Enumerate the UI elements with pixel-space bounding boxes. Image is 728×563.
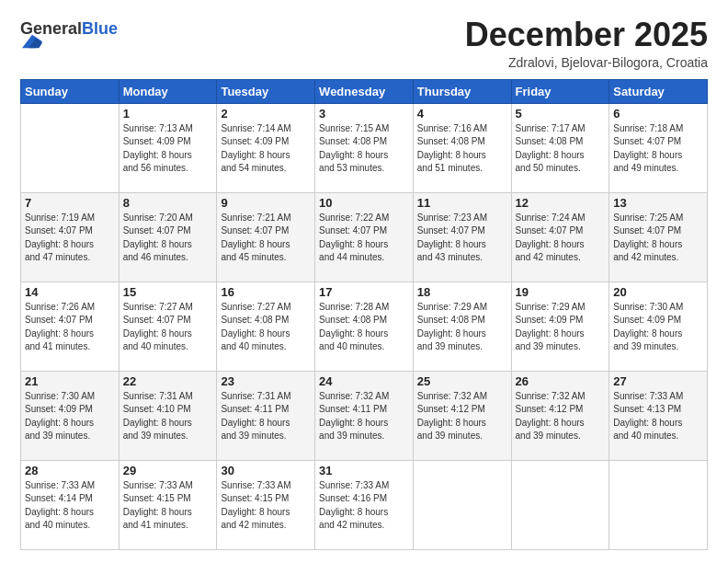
day-info: Sunrise: 7:15 AMSunset: 4:08 PMDaylight:…: [319, 122, 409, 176]
col-sunday: Sunday: [21, 79, 119, 103]
day-number: 18: [417, 285, 507, 299]
day-number: 16: [221, 285, 311, 299]
day-number: 11: [417, 196, 507, 210]
col-thursday: Thursday: [413, 79, 511, 103]
table-row: 2Sunrise: 7:14 AMSunset: 4:09 PMDaylight…: [217, 103, 315, 192]
day-number: 21: [25, 374, 115, 388]
calendar-header-row: Sunday Monday Tuesday Wednesday Thursday…: [21, 79, 708, 103]
day-info: Sunrise: 7:33 AMSunset: 4:13 PMDaylight:…: [613, 390, 703, 443]
table-row: 27Sunrise: 7:33 AMSunset: 4:13 PMDayligh…: [609, 371, 708, 460]
table-row: 14Sunrise: 7:26 AMSunset: 4:07 PMDayligh…: [21, 282, 119, 371]
day-info: Sunrise: 7:16 AMSunset: 4:08 PMDaylight:…: [417, 122, 507, 176]
day-number: 8: [123, 196, 213, 210]
logo: GeneralBlue: [20, 20, 118, 55]
day-info: Sunrise: 7:31 AMSunset: 4:10 PMDaylight:…: [123, 390, 213, 443]
day-info: Sunrise: 7:30 AMSunset: 4:09 PMDaylight:…: [25, 390, 115, 443]
day-info: Sunrise: 7:31 AMSunset: 4:11 PMDaylight:…: [221, 390, 311, 443]
col-friday: Friday: [511, 79, 609, 103]
day-number: 27: [613, 374, 703, 388]
table-row: 24Sunrise: 7:32 AMSunset: 4:11 PMDayligh…: [315, 371, 414, 460]
calendar-week-row: 7Sunrise: 7:19 AMSunset: 4:07 PMDaylight…: [21, 192, 708, 282]
day-info: Sunrise: 7:30 AMSunset: 4:09 PMDaylight:…: [613, 301, 703, 354]
day-info: Sunrise: 7:19 AMSunset: 4:07 PMDaylight:…: [25, 212, 115, 265]
table-row: 6Sunrise: 7:18 AMSunset: 4:07 PMDaylight…: [609, 103, 708, 192]
day-number: 19: [516, 285, 606, 299]
day-info: Sunrise: 7:17 AMSunset: 4:08 PMDaylight:…: [516, 122, 606, 176]
day-number: 30: [221, 464, 311, 477]
title-block: December 2025 Zdralovi, Bjelovar-Bilogor…: [465, 17, 708, 70]
page: GeneralBlue December 2025 Zdralovi, Bjel…: [0, 0, 728, 563]
table-row: [511, 460, 609, 549]
day-number: 24: [319, 374, 409, 388]
day-number: 10: [319, 196, 409, 210]
col-monday: Monday: [119, 79, 217, 103]
table-row: 30Sunrise: 7:33 AMSunset: 4:15 PMDayligh…: [217, 460, 315, 549]
calendar-week-row: 14Sunrise: 7:26 AMSunset: 4:07 PMDayligh…: [21, 282, 708, 371]
table-row: 29Sunrise: 7:33 AMSunset: 4:15 PMDayligh…: [119, 460, 217, 549]
calendar-week-row: 28Sunrise: 7:33 AMSunset: 4:14 PMDayligh…: [21, 460, 708, 549]
day-info: Sunrise: 7:24 AMSunset: 4:07 PMDaylight:…: [516, 212, 606, 265]
day-number: 26: [516, 374, 606, 388]
table-row: 1Sunrise: 7:13 AMSunset: 4:09 PMDaylight…: [119, 103, 217, 192]
day-info: Sunrise: 7:27 AMSunset: 4:07 PMDaylight:…: [123, 301, 213, 354]
day-info: Sunrise: 7:14 AMSunset: 4:09 PMDaylight:…: [221, 122, 311, 176]
day-number: 5: [516, 107, 606, 121]
day-number: 2: [221, 107, 311, 121]
day-info: Sunrise: 7:32 AMSunset: 4:12 PMDaylight:…: [516, 390, 606, 443]
table-row: 21Sunrise: 7:30 AMSunset: 4:09 PMDayligh…: [21, 371, 119, 460]
table-row: 23Sunrise: 7:31 AMSunset: 4:11 PMDayligh…: [217, 371, 315, 460]
day-info: Sunrise: 7:28 AMSunset: 4:08 PMDaylight:…: [319, 301, 409, 354]
table-row: 26Sunrise: 7:32 AMSunset: 4:12 PMDayligh…: [511, 371, 609, 460]
table-row: 10Sunrise: 7:22 AMSunset: 4:07 PMDayligh…: [315, 192, 414, 282]
table-row: 7Sunrise: 7:19 AMSunset: 4:07 PMDaylight…: [21, 192, 119, 282]
day-number: 25: [417, 374, 507, 388]
day-number: 22: [123, 374, 213, 388]
day-number: 28: [25, 464, 115, 477]
day-number: 23: [221, 374, 311, 388]
day-info: Sunrise: 7:32 AMSunset: 4:11 PMDaylight:…: [319, 390, 409, 443]
col-wednesday: Wednesday: [315, 79, 414, 103]
day-info: Sunrise: 7:13 AMSunset: 4:09 PMDaylight:…: [123, 122, 213, 176]
table-row: 17Sunrise: 7:28 AMSunset: 4:08 PMDayligh…: [315, 282, 414, 371]
day-info: Sunrise: 7:26 AMSunset: 4:07 PMDaylight:…: [25, 301, 115, 354]
day-number: 12: [516, 196, 606, 210]
day-info: Sunrise: 7:33 AMSunset: 4:16 PMDaylight:…: [319, 479, 409, 533]
table-row: 22Sunrise: 7:31 AMSunset: 4:10 PMDayligh…: [119, 371, 217, 460]
day-number: 3: [319, 107, 409, 121]
table-row: [609, 460, 708, 549]
day-info: Sunrise: 7:29 AMSunset: 4:08 PMDaylight:…: [417, 301, 507, 354]
col-tuesday: Tuesday: [217, 79, 315, 103]
col-saturday: Saturday: [609, 79, 708, 103]
logo-blue: Blue: [82, 19, 118, 38]
day-number: 15: [123, 285, 213, 299]
day-number: 17: [319, 285, 409, 299]
table-row: 20Sunrise: 7:30 AMSunset: 4:09 PMDayligh…: [609, 282, 708, 371]
day-number: 7: [25, 196, 115, 210]
table-row: 18Sunrise: 7:29 AMSunset: 4:08 PMDayligh…: [413, 282, 511, 371]
table-row: 9Sunrise: 7:21 AMSunset: 4:07 PMDaylight…: [217, 192, 315, 282]
table-row: 25Sunrise: 7:32 AMSunset: 4:12 PMDayligh…: [413, 371, 511, 460]
location: Zdralovi, Bjelovar-Bilogora, Croatia: [465, 55, 708, 70]
day-number: 13: [613, 196, 703, 210]
day-info: Sunrise: 7:20 AMSunset: 4:07 PMDaylight:…: [123, 212, 213, 265]
day-number: 6: [613, 107, 703, 121]
table-row: 31Sunrise: 7:33 AMSunset: 4:16 PMDayligh…: [315, 460, 414, 549]
table-row: 11Sunrise: 7:23 AMSunset: 4:07 PMDayligh…: [413, 192, 511, 282]
day-info: Sunrise: 7:32 AMSunset: 4:12 PMDaylight:…: [417, 390, 507, 443]
day-info: Sunrise: 7:18 AMSunset: 4:07 PMDaylight:…: [613, 122, 703, 176]
calendar-week-row: 1Sunrise: 7:13 AMSunset: 4:09 PMDaylight…: [21, 103, 708, 192]
table-row: 15Sunrise: 7:27 AMSunset: 4:07 PMDayligh…: [119, 282, 217, 371]
day-info: Sunrise: 7:23 AMSunset: 4:07 PMDaylight:…: [417, 212, 507, 265]
day-number: 29: [123, 464, 213, 477]
day-info: Sunrise: 7:33 AMSunset: 4:15 PMDaylight:…: [221, 479, 311, 533]
table-row: 28Sunrise: 7:33 AMSunset: 4:14 PMDayligh…: [21, 460, 119, 549]
day-number: 14: [25, 285, 115, 299]
day-info: Sunrise: 7:33 AMSunset: 4:15 PMDaylight:…: [123, 479, 213, 533]
day-number: 4: [417, 107, 507, 121]
table-row: 19Sunrise: 7:29 AMSunset: 4:09 PMDayligh…: [511, 282, 609, 371]
table-row: 5Sunrise: 7:17 AMSunset: 4:08 PMDaylight…: [511, 103, 609, 192]
day-info: Sunrise: 7:27 AMSunset: 4:08 PMDaylight:…: [221, 301, 311, 354]
table-row: 13Sunrise: 7:25 AMSunset: 4:07 PMDayligh…: [609, 192, 708, 282]
day-info: Sunrise: 7:21 AMSunset: 4:07 PMDaylight:…: [221, 212, 311, 265]
day-info: Sunrise: 7:22 AMSunset: 4:07 PMDaylight:…: [319, 212, 409, 265]
